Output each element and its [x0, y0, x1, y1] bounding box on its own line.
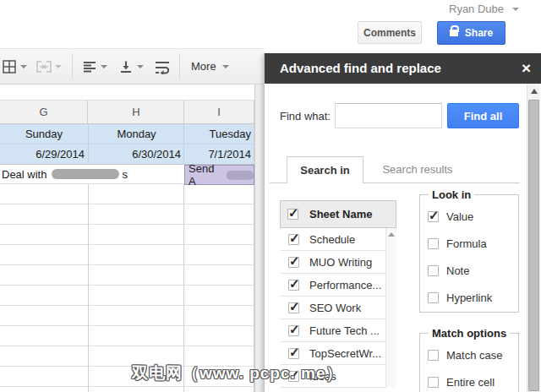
hyperlink-checkbox[interactable]: [428, 292, 439, 303]
horizontal-align-dropdown-arrow-icon[interactable]: [101, 65, 107, 68]
option-label: Entire cell: [446, 376, 495, 389]
option-value[interactable]: Value: [428, 210, 518, 223]
sheet-list-header[interactable]: Sheet Name: [280, 200, 396, 228]
sheet-row-label: Ideas: [309, 370, 336, 383]
toolbar-separator: [72, 53, 73, 79]
sheet-checkbox[interactable]: [288, 371, 299, 382]
share-button[interactable]: Share: [437, 21, 505, 45]
option-label: Value: [446, 210, 473, 223]
empty-grid-rows[interactable]: [0, 184, 254, 392]
cell-send-task[interactable]: Send A: [184, 165, 254, 185]
tab-search-in[interactable]: Search in: [287, 156, 363, 183]
horizontal-align-icon[interactable]: [80, 54, 99, 79]
text-wrap-icon[interactable]: [153, 54, 172, 79]
option-match-case[interactable]: Match case: [428, 349, 518, 362]
option-label: Formula: [446, 237, 487, 250]
sheet-checkbox[interactable]: [288, 280, 299, 291]
option-label: Match case: [446, 349, 502, 362]
lock-icon: [450, 30, 458, 36]
sheet-row-label: Schedule: [309, 233, 355, 246]
sheet-row-performance[interactable]: Performance...: [280, 274, 385, 297]
user-menu-arrow-icon[interactable]: [512, 8, 519, 11]
sheet-row-future-tech[interactable]: Future Tech ...: [280, 319, 385, 342]
scrollbar-thumb[interactable]: [528, 100, 539, 391]
panel-header: Advanced find and replace ×: [265, 53, 541, 84]
find-replace-panel: Advanced find and replace × Find what: F…: [264, 53, 541, 392]
sheet-row-ideas[interactable]: Ideas: [280, 365, 385, 388]
entire-cell-checkbox[interactable]: [428, 377, 439, 388]
cell-day-sunday[interactable]: Sunday: [0, 124, 88, 144]
look-in-group: Look in Value Formula Note Hyperlink: [419, 188, 519, 313]
scroll-up-arrow-icon[interactable]: [388, 232, 395, 237]
cell-task[interactable]: Deal with s: [0, 165, 184, 184]
formula-checkbox[interactable]: [428, 238, 439, 249]
sheet-row-topsecret[interactable]: TopSecretWr...: [280, 342, 385, 365]
sheet-checkbox[interactable]: [288, 348, 299, 359]
sheet-list: Sheet Name Schedule MUO Writing Performa…: [280, 200, 396, 388]
panel-scrollbar[interactable]: [527, 84, 540, 392]
more-dropdown-arrow-icon[interactable]: [222, 65, 229, 68]
tab-search-results[interactable]: Search results: [373, 156, 462, 182]
cell-task-text: Deal with: [2, 168, 46, 181]
sheet-row-label: TopSecretWr...: [309, 347, 381, 360]
option-entire-cell[interactable]: Entire cell: [428, 376, 518, 389]
sheet-checkbox[interactable]: [288, 257, 299, 268]
sheet-row-seo-work[interactable]: SEO Work: [280, 297, 385, 319]
cell-day-tuesday[interactable]: Tuesday: [184, 124, 254, 144]
cell-day-monday[interactable]: Monday: [89, 124, 184, 144]
option-note[interactable]: Note: [428, 264, 518, 277]
sheet-row-muo-writing[interactable]: MUO Writing: [280, 251, 385, 274]
find-all-button[interactable]: Find all: [447, 103, 519, 128]
column-header-i[interactable]: I: [184, 101, 254, 123]
app-window: Ryan Dube Comments Share: [0, 0, 541, 392]
toolbar-separator: [179, 53, 180, 79]
merge-cells-icon[interactable]: [35, 54, 53, 79]
more-button[interactable]: More: [191, 60, 216, 73]
comments-button[interactable]: Comments: [358, 21, 422, 44]
vertical-align-icon[interactable]: [117, 54, 135, 79]
find-what-input[interactable]: [335, 103, 442, 128]
look-in-legend: Look in: [429, 188, 474, 201]
sheet-row-label: SEO Work: [309, 302, 361, 314]
sheet-list-scrollbar[interactable]: [385, 228, 396, 388]
select-all-checkbox[interactable]: [287, 209, 298, 220]
day-row: Sunday Monday Tuesday: [0, 124, 254, 144]
censored-text-blob: [52, 169, 119, 179]
user-name[interactable]: Ryan Dube: [449, 3, 504, 15]
note-checkbox[interactable]: [428, 265, 439, 276]
find-all-label: Find all: [464, 110, 503, 122]
sheet-checkbox[interactable]: [288, 325, 299, 336]
match-case-checkbox[interactable]: [428, 350, 439, 361]
value-checkbox[interactable]: [428, 211, 439, 222]
option-label: Hyperlink: [446, 291, 492, 304]
match-options-group: Match options Match case Entire cell: [419, 327, 519, 392]
cell-date-2[interactable]: 6/30/2014: [89, 144, 184, 165]
sheet-row-label: Performance...: [309, 279, 381, 291]
cell-date-1[interactable]: 6/29/2014: [0, 144, 88, 165]
censored-text-blob: [227, 171, 254, 180]
sheet-row-label: Future Tech ...: [309, 324, 380, 337]
sheet-list-header-label: Sheet Name: [309, 208, 372, 220]
cell-task-suffix: s: [122, 168, 128, 181]
panel-title: Advanced find and replace: [280, 61, 441, 75]
cell-send-text: Send A: [189, 162, 223, 188]
sheet-checkbox[interactable]: [288, 234, 299, 245]
column-header-row: G H I: [0, 100, 254, 124]
sheet-row-schedule[interactable]: Schedule: [280, 228, 385, 251]
borders-icon[interactable]: [0, 54, 19, 79]
option-hyperlink[interactable]: Hyperlink: [428, 291, 518, 304]
share-button-label: Share: [465, 27, 493, 39]
scroll-up-arrow-icon[interactable]: [531, 89, 538, 94]
spreadsheet-grid: G H I Sunday Monday Tuesday 6/29/2014 6/…: [0, 84, 264, 392]
sheet-row-label: MUO Writing: [309, 256, 372, 269]
vertical-align-dropdown-arrow-icon[interactable]: [137, 65, 144, 68]
close-icon[interactable]: ×: [522, 59, 531, 78]
borders-dropdown-arrow-icon[interactable]: [20, 65, 27, 68]
column-header-h[interactable]: H: [89, 101, 184, 123]
comments-button-label: Comments: [363, 27, 416, 39]
column-header-g[interactable]: G: [0, 101, 88, 123]
merge-dropdown-arrow-icon: [55, 65, 62, 68]
sheet-checkbox[interactable]: [288, 302, 299, 313]
option-formula[interactable]: Formula: [428, 237, 518, 250]
match-options-legend: Match options: [429, 327, 510, 340]
